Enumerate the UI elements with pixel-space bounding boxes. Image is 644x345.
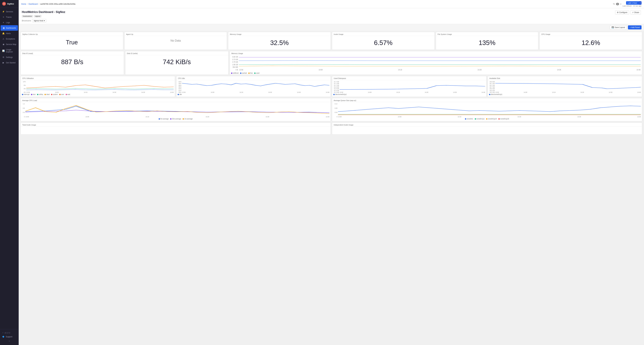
sidebar-item-settings[interactable]: ⚙ Settings <box>0 54 18 60</box>
topbar-right: ?▾ H ▾ Last 1 hour ▾ Last refresh - 12 s… <box>613 1 642 7</box>
legend-used-dot <box>254 72 256 74</box>
panel-disk-io-read: Disk IO (read) 887 B/s <box>20 51 124 75</box>
save-layout-button[interactable]: 💾 Save Layout <box>610 26 627 30</box>
breadcrumb: Home / Dashboard / ca258790-2206-435a-a4… <box>21 3 75 5</box>
row3-panels: CPU Utilisation 12% 8% 4% 0% <box>20 76 642 97</box>
panel-agent-up: Agent Up No Data <box>124 32 227 50</box>
sidebar-collapse-button[interactable]: < <box>2 339 16 344</box>
question-icon[interactable]: ?▾ <box>613 3 615 5</box>
diskspace-legend: /dev/nvme0n1p1 <box>333 93 485 96</box>
avatar-icon[interactable]: H <box>616 3 619 5</box>
panel-cpu-usage: CPU Usage 12.6% <box>540 32 642 50</box>
cpu-idle-chart: 92% 90% 88% 86% 84% 82% 80% <box>176 80 330 97</box>
panel-title-memory-usage: Memory Usage <box>228 32 330 36</box>
dashboards-icon: ▦ <box>3 27 5 29</box>
row5-panels: Total Inode Usage Independent Inode Usag… <box>20 122 642 134</box>
time-range-badge[interactable]: Last 1 hour <box>626 1 638 5</box>
filter-row: $hostname signoz-host ▾ <box>22 19 641 22</box>
sidebar-item-usage-explorer-label: Usage Explorer <box>6 48 16 53</box>
breadcrumb-current: ca258790-2206-435a-a498-2a5c6bc9c69a <box>40 3 75 5</box>
available-disk-legend: /dev/nvme0n1p1 <box>489 93 641 96</box>
panel-value-signoz-collector-up: True <box>21 36 123 49</box>
diskspace-chart: 21.7 GB 21.7 GB 21.7 GB 21.6 GB 21.6 GB … <box>332 80 486 97</box>
panel-value-memory-usage: 32.5% <box>228 36 330 50</box>
main-content: Home / Dashboard / ca258790-2206-435a-a4… <box>19 0 644 345</box>
time-arrow-button[interactable]: ▾ <box>638 1 642 5</box>
logo-icon: S <box>2 2 6 6</box>
exceptions-icon: ⚠ <box>2 38 5 40</box>
panel-title-file-system-usage: File System Usage <box>436 32 538 36</box>
time-range-area: Last 1 hour ▾ Last refresh - 12 sec ago <box>622 1 642 7</box>
version-info: ✓ v0.17.0 <box>2 331 16 335</box>
support-icon: 🔷 <box>2 336 4 338</box>
dashboard-actions: ⚙ Configure ↗ Share <box>615 10 641 14</box>
user-chevron[interactable]: ▾ <box>620 3 621 5</box>
sidebar-item-exceptions-label: Exceptions <box>6 38 15 40</box>
last-refresh-label: Last refresh - 12 sec ago <box>622 5 642 7</box>
panel-title-available-disk: Available Disk <box>488 76 642 80</box>
filter-label: $hostname <box>22 20 31 22</box>
memory-chart-svg <box>239 56 641 68</box>
panel-cpu-idle: CPU Idle 92% 90% 88% 86% 84% 82% 80% <box>176 76 331 97</box>
sidebar-nav: ⚡ Services ≡ Traces ≡ Logs ▦ Dashboards … <box>0 8 18 329</box>
sidebar-item-get-started-label: Get Started <box>6 62 16 64</box>
panel-used-diskspace: Used Diskspace 21.7 GB 21.7 GB 21.7 GB 2… <box>332 76 486 97</box>
help-icon-area: ?▾ H ▾ <box>613 3 622 5</box>
support-link[interactable]: 🔷 Support <box>2 335 16 339</box>
panel-title-agent-up: Agent Up <box>124 32 227 36</box>
memory-chart-svg-container: 13:58 14:08 14:18 14:28 14:38 14:48 <box>239 56 641 71</box>
cpu-util-legend: interrupt nice softirq steal system user… <box>22 93 174 96</box>
panel-memory-usage-chart: Memory Usage 4.66 GB 3.73 GB 2.79 GB 1.8… <box>230 51 642 75</box>
configure-button[interactable]: ⚙ Configure <box>615 10 629 14</box>
sidebar-item-dashboards[interactable]: ▦ Dashboards <box>0 25 18 31</box>
available-disk-svg <box>495 81 641 91</box>
legend-buffered-dot <box>231 72 232 74</box>
settings-icon: ⚙ <box>2 56 5 58</box>
share-button[interactable]: ↗ Share <box>630 10 641 14</box>
sidebar-item-alerts-label: Alerts <box>6 32 11 34</box>
cpu-util-chart-inner: 12% 8% 4% 0% <box>22 81 174 93</box>
filter-select[interactable]: signoz-host ▾ <box>32 19 46 22</box>
usage-explorer-icon: 📊 <box>2 50 5 52</box>
version-label: v0.17.0 <box>4 332 10 334</box>
independent-inode-placeholder <box>332 126 642 134</box>
legend-cached: cached <box>240 72 247 74</box>
sidebar-item-logs[interactable]: ≡ Logs <box>0 20 18 25</box>
total-inode-placeholder <box>21 126 330 134</box>
breadcrumb-home[interactable]: Home <box>21 3 26 5</box>
memory-chart-x-axis: 13:58 14:08 14:18 14:28 14:38 14:48 <box>239 69 641 71</box>
legend-used: used <box>254 72 260 74</box>
share-icon: ↗ <box>632 11 634 14</box>
sidebar-item-services[interactable]: ⚡ Services <box>0 9 18 14</box>
panel-avg-cpu-load: Average CPU Load 1.2 0.8 0.4 0 <box>20 98 331 121</box>
panel-independent-inode-usage: Independent Inode Usage <box>332 122 642 134</box>
stat-panels-row: SigNoz Collector Up True Agent Up No Dat… <box>20 32 642 50</box>
sidebar-item-dashboards-label: Dashboards <box>6 27 16 29</box>
support-label: Support <box>6 336 12 338</box>
avg-cpu-load-legend: 5m-average 15m-average 1m-average <box>22 118 329 120</box>
panel-title-disk-io-read: Disk IO (read) <box>21 51 124 55</box>
panel-value-agent-up: No Data <box>124 36 227 46</box>
sidebar-item-traces[interactable]: ≡ Traces <box>0 14 18 20</box>
sidebar-item-exceptions[interactable]: ⚠ Exceptions <box>0 36 18 42</box>
panel-title-avg-queue-size: Average Queue Size (aqu-sz) <box>332 98 642 102</box>
sidebar-item-usage-explorer[interactable]: 📊 Usage Explorer <box>0 47 18 54</box>
panel-inode-usage: Inode Usage 6.57% <box>332 32 434 50</box>
sidebar-item-service-map[interactable]: ◉ Service Map <box>0 42 18 47</box>
cpu-idle-legend: idle <box>178 93 329 96</box>
add-panel-button[interactable]: + Add Panel <box>628 26 642 30</box>
breadcrumb-dashboard[interactable]: Dashboard <box>28 3 38 5</box>
collapse-icon: < <box>9 340 10 342</box>
sidebar-item-settings-label: Settings <box>6 56 12 58</box>
avg-queue-legend: nvme0n1 nvme0n1p1 nvme0n1p14 nvme0n1p15 <box>333 118 641 120</box>
sidebar-item-get-started[interactable]: ▶ Get Started <box>0 60 18 66</box>
sidebar-item-traces-label: Traces <box>6 16 12 18</box>
sidebar-item-alerts[interactable]: 🔔 Alerts <box>0 31 18 36</box>
legend-free-dot <box>248 72 250 74</box>
avg-queue-svg <box>338 103 641 116</box>
panel-avg-queue-size: Average Queue Size (aqu-sz) 0.12 0.08 0.… <box>332 98 642 121</box>
sidebar-footer: ✓ v0.17.0 🔷 Support < <box>0 329 18 345</box>
panel-title-total-inode-usage: Total Inode Usage <box>21 123 330 126</box>
check-icon: ✓ <box>2 332 4 334</box>
panel-value-disk-io-read: 887 B/s <box>21 55 124 69</box>
